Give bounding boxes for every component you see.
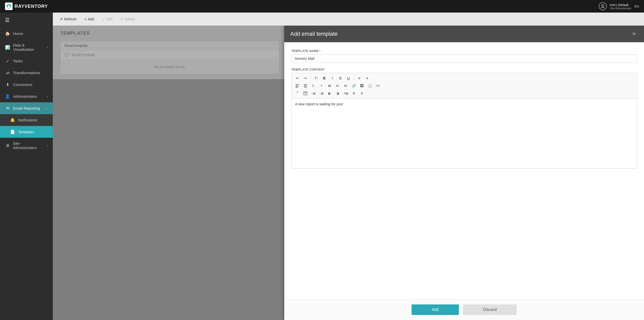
- administration-icon: 👤: [5, 94, 10, 99]
- clear-button[interactable]: ⬜: [366, 82, 374, 89]
- template-name-input[interactable]: [291, 54, 637, 63]
- sidebar-item-label: Home: [13, 31, 23, 36]
- template-name-field-group: TEMPLATE NAME*: [291, 49, 637, 63]
- editor-content: A new report is waiting for you!: [295, 102, 343, 106]
- chevron-right-icon: ›: [47, 95, 48, 98]
- rte-divider2: [354, 75, 354, 82]
- blockquote-button[interactable]: ": [294, 90, 301, 97]
- hamburger-button[interactable]: ☰: [0, 13, 53, 28]
- add-icon: +: [85, 17, 87, 21]
- split-cell-button[interactable]: ⊟: [358, 90, 366, 97]
- sidebar-item-label: Connectors: [13, 82, 32, 87]
- tasks-icon: ✓: [5, 59, 10, 63]
- sidebar-item-label: Site-Administration: [13, 141, 44, 150]
- logo-icon: [5, 3, 13, 10]
- refresh-label: Refresh: [64, 17, 76, 21]
- rte-toolbar-row3: " ↑▤ ↓▤ ◧ ◨ ✕▤ ⊞: [294, 90, 635, 97]
- table-col-left-button[interactable]: ◧: [326, 90, 333, 97]
- panel-body: TEMPLATE NAME* TEMPLATE CONTENT ↩: [284, 42, 644, 299]
- user-role: Site Administrator: [610, 7, 631, 10]
- connectors-icon: ⬇: [5, 82, 10, 87]
- sidebar-item-connectors[interactable]: ⬇ Connectors: [0, 79, 53, 90]
- page-content: TEMPLATES Email template Email template …: [53, 26, 644, 320]
- toolbar: ↺ Refresh + Add ✓ Edit ✕ Delete: [53, 13, 644, 26]
- align-left2-button[interactable]: [294, 82, 301, 89]
- align-left-button[interactable]: ≡: [355, 75, 363, 82]
- sidebar-item-label: Transformations: [13, 71, 40, 75]
- main-layout: ☰ 🏠 Home 📊 Data & Visualization › ✓ Task…: [0, 13, 644, 320]
- chevron-down-icon: ⌄: [45, 107, 48, 110]
- italic-button[interactable]: I: [329, 75, 336, 82]
- table-row-below-button[interactable]: ↓▤: [318, 90, 325, 97]
- refresh-button[interactable]: ↺ Refresh: [57, 16, 79, 23]
- rte-toolbar: ↩ ↪ Tт B I S U ≡ ≡: [291, 73, 637, 98]
- right-panel: Add email template ✕ TEMPLATE NAME*: [284, 26, 644, 320]
- panel-overlay: Add email template ✕ TEMPLATE NAME*: [53, 26, 644, 320]
- panel-header: Add email template ✕: [284, 26, 644, 42]
- undo-button[interactable]: ↩: [294, 75, 301, 82]
- home-icon: 🏠: [5, 31, 10, 36]
- rte-toolbar-row2: 1. • H Ax ✏ 🔗 🖼 ⬜ </>: [294, 82, 635, 89]
- merge-cells-button[interactable]: ⊞: [350, 90, 357, 97]
- align-right-button[interactable]: ≡: [364, 75, 371, 82]
- sidebar-item-home[interactable]: 🏠 Home: [0, 28, 53, 39]
- table-delete-button[interactable]: ✕▤: [342, 90, 349, 97]
- notifications-icon: 🔔: [10, 118, 15, 122]
- image-button[interactable]: 🖼: [358, 82, 366, 89]
- redo-button[interactable]: ↪: [302, 75, 309, 82]
- user-name: root | Default: [610, 3, 631, 7]
- sidebar-item-email-reporting[interactable]: ✉ Email Reporting ⌄: [0, 102, 53, 114]
- table-col-right-button[interactable]: ◨: [334, 90, 341, 97]
- sidebar-item-label: Email Reporting: [13, 106, 40, 110]
- add-template-button[interactable]: Add: [412, 304, 459, 315]
- rte-editor[interactable]: A new report is waiting for you!: [291, 98, 637, 169]
- rte-toolbar-row1: ↩ ↪ Tт B I S U ≡ ≡: [294, 75, 635, 82]
- sidebar-item-label: Tasks: [13, 59, 23, 63]
- sidebar-item-transformations[interactable]: ⇄ Transformations: [0, 67, 53, 79]
- edit-icon: ✓: [102, 17, 105, 21]
- table-button[interactable]: [302, 90, 309, 97]
- sidebar-item-administration[interactable]: 👤 Administration ›: [0, 90, 53, 102]
- chevron-right-icon: ›: [47, 144, 48, 147]
- color-button[interactable]: ✏: [342, 82, 349, 89]
- link-button[interactable]: 🔗: [350, 82, 357, 89]
- sidebar-item-label: Templates: [18, 130, 34, 134]
- panel-footer: Add Discard: [284, 299, 644, 320]
- logo: RAYVENTORY: [5, 3, 48, 10]
- align-center-button[interactable]: [302, 82, 309, 89]
- strikethrough-button[interactable]: S: [337, 75, 344, 82]
- delete-label: Delete: [125, 17, 135, 21]
- template-content-field-group: TEMPLATE CONTENT ↩ ↪ Tт B I: [291, 68, 637, 169]
- sidebar-item-label: Data & Visualization: [13, 43, 44, 52]
- sidebar-item-templates[interactable]: 📄 Templates: [0, 126, 53, 138]
- required-indicator: *: [319, 49, 320, 53]
- sidebar-item-data-visualization[interactable]: 📊 Data & Visualization ›: [0, 39, 53, 55]
- avatar: [599, 2, 607, 10]
- unordered-list-button[interactable]: •: [318, 82, 325, 89]
- table-row-above-button[interactable]: ↑▤: [310, 90, 317, 97]
- panel-title: Add email template: [290, 31, 338, 37]
- language-badge[interactable]: EN: [634, 5, 639, 8]
- edit-button[interactable]: ✓ Edit: [99, 16, 115, 23]
- ordered-list-button[interactable]: 1.: [310, 82, 317, 89]
- sidebar: ☰ 🏠 Home 📊 Data & Visualization › ✓ Task…: [0, 13, 53, 320]
- superscript-button[interactable]: Ax: [334, 82, 341, 89]
- delete-icon: ✕: [120, 17, 124, 21]
- delete-button[interactable]: ✕ Delete: [117, 16, 138, 23]
- sidebar-item-label: Notifications: [18, 118, 37, 122]
- discard-button[interactable]: Discard: [463, 304, 517, 315]
- topbar-right: root | Default Site Administrator EN: [599, 2, 639, 10]
- data-visualization-icon: 📊: [5, 45, 10, 50]
- add-button[interactable]: + Add: [82, 16, 97, 23]
- bold-button[interactable]: B: [320, 75, 328, 82]
- sidebar-item-notifications[interactable]: 🔔 Notifications: [0, 114, 53, 126]
- rte-divider: [311, 75, 311, 82]
- chevron-right-icon: ›: [47, 45, 48, 49]
- format-button[interactable]: Tт: [312, 75, 320, 82]
- heading-button[interactable]: H: [326, 82, 333, 89]
- code-button[interactable]: </>: [374, 82, 382, 89]
- sidebar-item-tasks[interactable]: ✓ Tasks: [0, 55, 53, 67]
- panel-close-button[interactable]: ✕: [630, 30, 638, 38]
- underline-button[interactable]: U: [345, 75, 352, 82]
- sidebar-item-site-administration[interactable]: 🖥 Site-Administration ›: [0, 138, 53, 153]
